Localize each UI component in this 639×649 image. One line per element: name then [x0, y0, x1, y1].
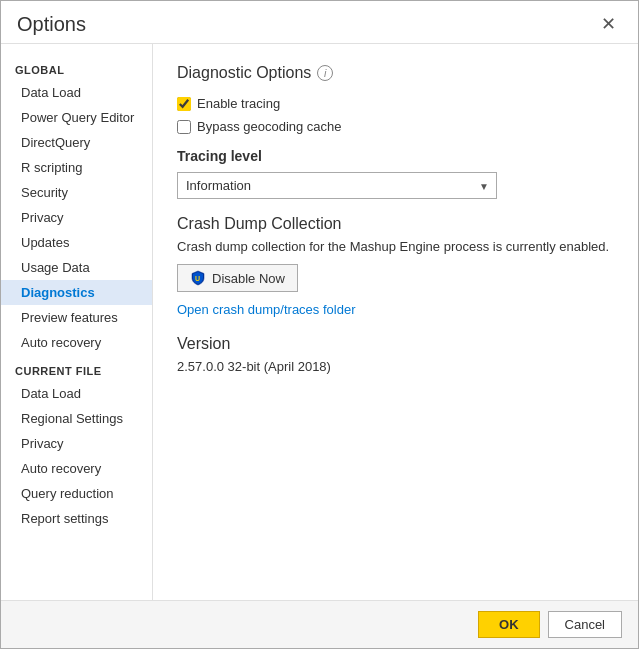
sidebar: GLOBAL Data Load Power Query Editor Dire… — [1, 44, 153, 600]
sidebar-item-preview-features[interactable]: Preview features — [1, 305, 152, 330]
dialog-title: Options — [17, 13, 86, 36]
options-dialog: Options ✕ GLOBAL Data Load Power Query E… — [0, 0, 639, 649]
version-title: Version — [177, 335, 614, 353]
sidebar-item-cf-privacy[interactable]: Privacy — [1, 431, 152, 456]
svg-text:U: U — [195, 275, 200, 282]
bypass-geocoding-checkbox[interactable] — [177, 120, 191, 134]
title-bar: Options ✕ — [1, 1, 638, 43]
crash-dump-desc: Crash dump collection for the Mashup Eng… — [177, 239, 614, 254]
sidebar-item-r-scripting[interactable]: R scripting — [1, 155, 152, 180]
sidebar-item-direct-query[interactable]: DirectQuery — [1, 130, 152, 155]
crash-dump-title: Crash Dump Collection — [177, 215, 614, 233]
bypass-geocoding-label: Bypass geocoding cache — [197, 119, 342, 134]
sidebar-item-usage-data[interactable]: Usage Data — [1, 255, 152, 280]
sidebar-item-cf-regional-settings[interactable]: Regional Settings — [1, 406, 152, 431]
sidebar-item-cf-data-load[interactable]: Data Load — [1, 381, 152, 406]
sidebar-item-cf-report-settings[interactable]: Report settings — [1, 506, 152, 531]
disable-now-label: Disable Now — [212, 271, 285, 286]
enable-tracing-label: Enable tracing — [197, 96, 280, 111]
dialog-footer: OK Cancel — [1, 600, 638, 648]
sidebar-item-security[interactable]: Security — [1, 180, 152, 205]
cancel-button[interactable]: Cancel — [548, 611, 622, 638]
sidebar-item-data-load[interactable]: Data Load — [1, 80, 152, 105]
shield-icon: U — [190, 270, 206, 286]
version-text: 2.57.0.0 32-bit (April 2018) — [177, 359, 614, 374]
close-button[interactable]: ✕ — [595, 11, 622, 37]
tracing-level-select-wrapper: Information Verbose Warning Error ▼ — [177, 172, 497, 199]
current-file-section-label: CURRENT FILE — [1, 355, 152, 381]
global-section-label: GLOBAL — [1, 54, 152, 80]
tracing-level-label: Tracing level — [177, 148, 614, 164]
sidebar-item-diagnostics[interactable]: Diagnostics — [1, 280, 152, 305]
main-content: Diagnostic Options i Enable tracing Bypa… — [153, 44, 638, 600]
enable-tracing-checkbox[interactable] — [177, 97, 191, 111]
diagnostic-title: Diagnostic Options i — [177, 64, 614, 82]
dialog-body: GLOBAL Data Load Power Query Editor Dire… — [1, 43, 638, 600]
enable-tracing-row: Enable tracing — [177, 96, 614, 111]
sidebar-item-cf-query-reduction[interactable]: Query reduction — [1, 481, 152, 506]
ok-button[interactable]: OK — [478, 611, 540, 638]
sidebar-item-auto-recovery[interactable]: Auto recovery — [1, 330, 152, 355]
sidebar-item-power-query-editor[interactable]: Power Query Editor — [1, 105, 152, 130]
sidebar-item-privacy[interactable]: Privacy — [1, 205, 152, 230]
sidebar-item-cf-auto-recovery[interactable]: Auto recovery — [1, 456, 152, 481]
tracing-level-select[interactable]: Information Verbose Warning Error — [177, 172, 497, 199]
bypass-geocoding-row: Bypass geocoding cache — [177, 119, 614, 134]
open-crash-dump-link[interactable]: Open crash dump/traces folder — [177, 302, 614, 317]
disable-now-button[interactable]: U Disable Now — [177, 264, 298, 292]
sidebar-item-updates[interactable]: Updates — [1, 230, 152, 255]
info-icon[interactable]: i — [317, 65, 333, 81]
